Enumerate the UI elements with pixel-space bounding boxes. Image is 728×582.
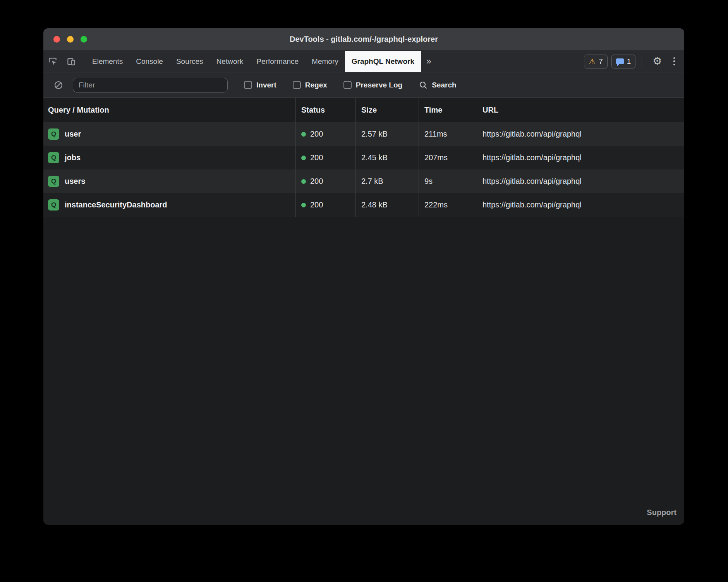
tabbar-right-controls: ⚠ 7 1 ⚙	[584, 51, 684, 72]
traffic-lights	[53, 28, 87, 50]
devtools-window: DevTools - gitlab.com/-/graphql-explorer…	[43, 28, 684, 525]
message-icon	[616, 58, 624, 64]
toggle-device-toolbar-icon[interactable]	[62, 51, 81, 72]
query-badge: Q	[48, 128, 59, 140]
table-row[interactable]: Q user 200 2.57 kB 211ms https://gitlab.…	[43, 122, 684, 146]
status-ok-icon	[301, 179, 306, 184]
filter-toolbar: Invert Regex Preserve Log Search	[43, 72, 684, 98]
query-name: users	[65, 177, 85, 186]
more-options-icon[interactable]	[670, 57, 678, 66]
zoom-window-button[interactable]	[81, 36, 87, 43]
tab-graphql-network[interactable]: GraphQL Network	[345, 51, 421, 72]
table-row[interactable]: Q jobs 200 2.45 kB 207ms https://gitlab.…	[43, 146, 684, 169]
status-code: 200	[310, 177, 323, 186]
inspect-element-icon[interactable]	[43, 51, 62, 72]
url-cell: https://gitlab.com/api/graphql	[477, 122, 684, 146]
tab-elements[interactable]: Elements	[86, 51, 129, 72]
column-header-status[interactable]: Status	[295, 98, 355, 122]
preserve-log-checkbox[interactable]	[343, 81, 352, 89]
search-button[interactable]: Search	[419, 80, 456, 90]
table-body: Q user 200 2.57 kB 211ms https://gitlab.…	[43, 122, 684, 217]
close-window-button[interactable]	[53, 36, 60, 43]
status-cell: 200	[295, 146, 355, 169]
query-badge: Q	[48, 152, 59, 163]
tab-memory[interactable]: Memory	[305, 51, 345, 72]
column-header-time[interactable]: Time	[419, 98, 477, 122]
support-link[interactable]: Support	[647, 508, 676, 517]
query-name: jobs	[65, 153, 81, 162]
status-code: 200	[310, 130, 323, 139]
size-cell: 2.45 kB	[355, 146, 419, 169]
url-cell: https://gitlab.com/api/graphql	[477, 169, 684, 193]
column-header-url[interactable]: URL	[477, 98, 684, 122]
status-ok-icon	[301, 132, 306, 137]
time-cell: 207ms	[419, 146, 477, 169]
query-name: instanceSecurityDashboard	[65, 200, 167, 209]
query-badge: Q	[48, 199, 59, 211]
minimize-window-button[interactable]	[67, 36, 74, 43]
size-cell: 2.48 kB	[355, 193, 419, 217]
invert-checkbox-group: Invert	[244, 81, 276, 89]
size-cell: 2.57 kB	[355, 122, 419, 146]
status-ok-icon	[301, 156, 306, 160]
tab-console[interactable]: Console	[129, 51, 170, 72]
table-row[interactable]: Q users 200 2.7 kB 9s https://gitlab.com…	[43, 169, 684, 193]
query-cell: Q user	[43, 122, 295, 146]
regex-checkbox-group: Regex	[293, 81, 327, 89]
status-cell: 200	[295, 122, 355, 146]
search-label: Search	[432, 81, 456, 89]
status-cell: 200	[295, 169, 355, 193]
divider	[642, 56, 642, 67]
query-name: user	[65, 130, 81, 139]
regex-checkbox[interactable]	[293, 81, 301, 89]
search-icon	[419, 80, 428, 90]
invert-checkbox[interactable]	[244, 81, 252, 89]
status-ok-icon	[301, 203, 306, 207]
size-cell: 2.7 kB	[355, 169, 419, 193]
status-code: 200	[310, 200, 323, 209]
console-warnings-badge[interactable]: ⚠ 7	[584, 55, 608, 68]
invert-label: Invert	[256, 81, 276, 89]
preserve-log-label: Preserve Log	[356, 81, 402, 89]
column-header-query[interactable]: Query / Mutation	[43, 98, 295, 122]
settings-gear-icon[interactable]: ⚙	[648, 56, 666, 67]
preserve-log-checkbox-group: Preserve Log	[343, 81, 402, 89]
query-cell: Q jobs	[43, 146, 295, 169]
window-title: DevTools - gitlab.com/-/graphql-explorer	[290, 35, 438, 44]
tab-network[interactable]: Network	[210, 51, 250, 72]
column-header-size[interactable]: Size	[355, 98, 419, 122]
warning-icon: ⚠	[589, 58, 596, 65]
tab-performance[interactable]: Performance	[250, 51, 305, 72]
tab-sources[interactable]: Sources	[170, 51, 210, 72]
message-count: 1	[627, 57, 631, 66]
url-cell: https://gitlab.com/api/graphql	[477, 146, 684, 169]
filter-input[interactable]	[73, 78, 228, 92]
console-messages-badge[interactable]: 1	[611, 55, 636, 68]
regex-label: Regex	[305, 81, 327, 89]
more-tabs-button[interactable]: »	[421, 51, 437, 72]
time-cell: 222ms	[419, 193, 477, 217]
divider	[83, 56, 83, 67]
clear-log-icon[interactable]	[50, 80, 67, 90]
devtools-tabbar: Elements Console Sources Network Perform…	[43, 51, 684, 72]
titlebar: DevTools - gitlab.com/-/graphql-explorer	[43, 28, 684, 51]
status-cell: 200	[295, 193, 355, 217]
table-row[interactable]: Q instanceSecurityDashboard 200 2.48 kB …	[43, 193, 684, 217]
query-cell: Q users	[43, 169, 295, 193]
time-cell: 9s	[419, 169, 477, 193]
table-header: Query / Mutation Status Size Time URL	[43, 98, 684, 122]
warning-count: 7	[599, 57, 603, 66]
time-cell: 211ms	[419, 122, 477, 146]
url-cell: https://gitlab.com/api/graphql	[477, 193, 684, 217]
query-cell: Q instanceSecurityDashboard	[43, 193, 295, 217]
status-code: 200	[310, 153, 323, 162]
query-badge: Q	[48, 176, 59, 187]
